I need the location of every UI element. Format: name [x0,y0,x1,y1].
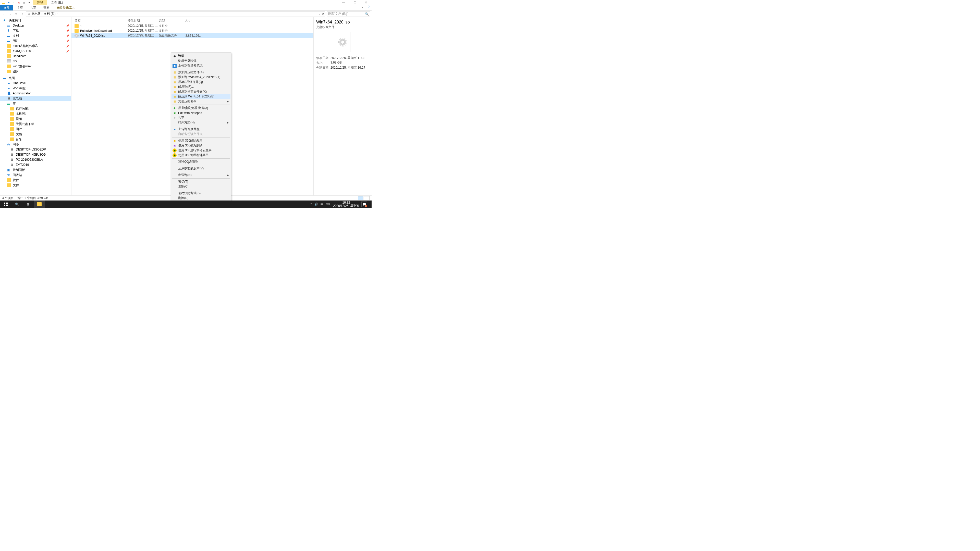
tab-share[interactable]: 共享 [27,5,40,11]
tree-libraries[interactable]: ▬库 [0,101,71,106]
tree-wps[interactable]: ☁WPS网盘 [0,86,71,91]
tree-pictures2[interactable]: 图片 [0,69,71,74]
tree-pc3[interactable]: 🖥PC-20190530OBLA [0,157,71,162]
ctx-cut[interactable]: 剪切(T) [172,179,231,184]
view-details-button[interactable] [358,196,363,200]
breadcrumb[interactable]: 🖥 此电脑 文档 (E:) ⌄ ⟳ [26,11,325,17]
ctx-notepadpp[interactable]: ▣Edit with Notepad++ [172,110,231,115]
file-row-selected[interactable]: Win7x64_2020.iso 2020/12/25, 星期五 1... 光盘… [72,33,313,38]
col-type[interactable]: 类型 [159,18,185,23]
ctx-360-force-del[interactable]: ▣使用 360强力删除 [172,143,231,148]
tree-files[interactable]: 文件 [0,183,71,188]
tree-pc4[interactable]: 🖥ZMT2019 [0,162,71,167]
ctx-360-release[interactable]: ▣使用 360解除占用 [172,138,231,143]
ctx-open-360zip[interactable]: ▦用360压缩打开(Q) [172,79,231,84]
tree-admin[interactable]: 👤Administrator [0,91,71,96]
tree-docs2[interactable]: 文档 [0,132,71,137]
ctx-qq-send[interactable]: 通过QQ发送到 [172,159,231,164]
explorer-taskbar-button[interactable] [34,200,45,208]
tree-onedrive[interactable]: ☁OneDrive [0,81,71,86]
ctx-baidu-upload[interactable]: ☁上传到百度网盘 [172,127,231,132]
volume-icon[interactable]: 🔊 [314,203,318,206]
file-row[interactable]: BaiduNetdiskDownload 2020/12/25, 星期五 1..… [72,28,313,33]
recent-dropdown-icon[interactable]: ▾ [14,12,18,16]
refresh-icon[interactable]: ⟳ [322,12,325,16]
ctx-mount[interactable]: ◉装载 [172,54,231,59]
tree-tianyi[interactable]: 天翼云盘下载 [0,121,71,127]
tree-bandicam[interactable]: Bandicam [0,54,71,59]
tree-excel-folder[interactable]: excel表格制作求和📌 [0,43,71,48]
tree-saved-pics[interactable]: 保存的图片 [0,106,71,111]
ctx-shortcut[interactable]: 创建快捷方式(S) [172,191,231,196]
tree-control-panel[interactable]: ▣控制面板 [0,167,71,172]
show-desktop-button[interactable] [369,200,371,208]
breadcrumb-dropdown-icon[interactable]: ⌄ [318,12,321,16]
search-icon[interactable]: 🔍 [365,12,369,16]
ctx-360-trojan[interactable]: ◉使用 360进行木马云查杀 [172,148,231,153]
ctx-open-with[interactable]: 打开方式(H)▶ [172,120,231,125]
ctx-other-compress[interactable]: ▦其他压缩命令▶ [172,99,231,104]
tree-network[interactable]: 🖧网络 [0,142,71,147]
notification-center[interactable]: 💬 3 [361,202,367,207]
tree-pictures[interactable]: ▬图片📌 [0,38,71,43]
search-button[interactable]: 🔍 [11,200,22,208]
task-view-button[interactable]: ⊞ [22,200,34,208]
col-size[interactable]: 大小 [185,18,203,23]
ctx-add-archive[interactable]: ▦添加到压缩文件(A)... [172,70,231,75]
tree-recycle[interactable]: 🗑回收站 [0,172,71,178]
new-icon[interactable]: ◉ [22,0,26,5]
search-input[interactable]: 搜索"文档 (E:)" 🔍 [327,11,370,17]
clock[interactable]: 16:32 2020/12/25, 星期五 [333,201,360,208]
ctx-delete[interactable]: 删除(D) [172,196,231,200]
ime-indicator[interactable]: 中 [321,203,324,206]
tree-quick-access[interactable]: ★快速访问 [0,18,71,23]
ctx-extract-named[interactable]: ▦解压到 Win7x64_2020\ (E) [172,94,231,99]
ctx-youdao[interactable]: ▣上传到有道云笔记 [172,63,231,68]
qat-dropdown-icon[interactable]: ▾ [27,0,31,5]
ctx-share[interactable]: ⇗共享 [172,115,231,120]
help-icon[interactable]: ? [366,5,372,11]
forward-button[interactable]: → [8,12,12,16]
tree-desktop-group[interactable]: ▬桌面 [0,76,71,81]
maximize-button[interactable]: ▢ [349,0,360,5]
tree-music[interactable]: 音乐 [0,137,71,142]
up-button[interactable]: ↑ [20,12,24,16]
tree-yunqishi[interactable]: YUNQISHI2019📌 [0,48,71,54]
tree-pics3[interactable]: 图片 [0,127,71,132]
tab-view[interactable]: 查看 [40,5,53,11]
tree-g-drive[interactable]: G:\ [0,59,71,64]
tree-desktop[interactable]: ▬Desktop📌 [0,23,71,28]
close-red-icon[interactable]: ✕ [17,0,21,5]
close-button[interactable]: ✕ [360,0,372,5]
tray-chevron-icon[interactable]: ˄ [310,203,312,206]
ctx-copy[interactable]: 复制(C) [172,184,231,189]
checkmark-icon[interactable]: ✓ [12,0,16,5]
tree-camera-roll[interactable]: 本机照片 [0,111,71,116]
ctx-360-menu[interactable]: ◉使用 360管理右键菜单 [172,153,231,158]
tree-pc1[interactable]: 🖥DESKTOP-LSSOEDP [0,147,71,152]
crumb-this-pc[interactable]: 此电脑 [32,12,43,16]
tree-software[interactable]: 软件 [0,178,71,183]
minimize-button[interactable]: — [338,0,349,5]
ctx-restore-prev[interactable]: 还原以前的版本(V) [172,166,231,171]
tab-file[interactable]: 文件 [0,5,13,11]
tree-win7reinstall[interactable]: win7重装win7 [0,64,71,69]
tree-documents[interactable]: ▬文档📌 [0,33,71,38]
ctx-extract-to[interactable]: ▦解压到(F)... [172,84,231,89]
ribbon-expand-icon[interactable]: ⌄ [359,5,366,11]
tree-this-pc[interactable]: 🖥此电脑 [0,96,71,101]
view-large-button[interactable] [364,196,369,200]
ctx-burn[interactable]: 刻录光盘映像 [172,59,231,63]
ribbon-context-tab[interactable]: 管理 [33,0,47,5]
tab-disc-image-tools[interactable]: 光盘映像工具 [53,5,79,11]
crumb-drive[interactable]: 文档 (E:) [44,12,58,16]
tree-downloads[interactable]: ⬇下载📌 [0,28,71,33]
ctx-add-zip[interactable]: ▦添加到 "Win7x64_2020.zip" (T) [172,75,231,79]
tree-pc2[interactable]: 🖥DESKTOP-NJEU3CG [0,152,71,157]
start-button[interactable] [0,200,11,208]
file-row[interactable]: 1 2020/12/15, 星期二 1... 文件夹 [72,24,313,28]
save-icon[interactable]: ▾ [6,0,11,5]
tab-home[interactable]: 主页 [13,5,27,11]
ctx-send-to[interactable]: 发送到(N)▶ [172,173,231,178]
tree-videos[interactable]: 视频 [0,116,71,121]
